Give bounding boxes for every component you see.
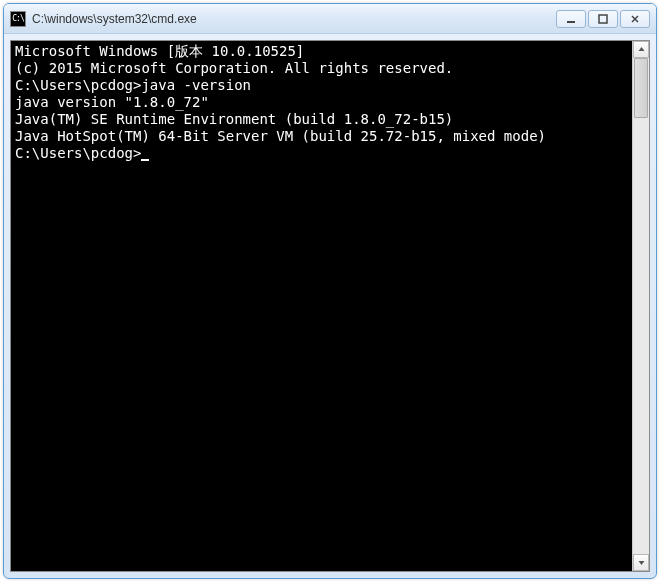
- window-title: C:\windows\system32\cmd.exe: [32, 12, 556, 26]
- maximize-icon: [598, 14, 608, 24]
- minimize-button[interactable]: [556, 10, 586, 28]
- svg-marker-5: [638, 561, 644, 565]
- svg-marker-4: [638, 47, 644, 51]
- titlebar[interactable]: C:\ C:\windows\system32\cmd.exe: [4, 4, 656, 34]
- scroll-up-button[interactable]: [633, 41, 649, 58]
- close-icon: [630, 14, 640, 24]
- chevron-down-icon: [638, 559, 645, 566]
- console-line: Microsoft Windows [版本 10.0.10525]: [15, 43, 628, 60]
- console-line: C:\Users\pcdog>: [15, 145, 628, 162]
- scroll-track[interactable]: [633, 58, 649, 554]
- console-line: java version "1.8.0_72": [15, 94, 628, 111]
- console-line: Java(TM) SE Runtime Environment (build 1…: [15, 111, 628, 128]
- minimize-icon: [566, 14, 576, 24]
- window-controls: [556, 10, 650, 28]
- console-output[interactable]: Microsoft Windows [版本 10.0.10525](c) 201…: [11, 41, 632, 571]
- cmd-icon: C:\: [10, 11, 26, 27]
- cmd-window: C:\ C:\windows\system32\cmd.exe Mic: [3, 3, 657, 579]
- scroll-down-button[interactable]: [633, 554, 649, 571]
- scroll-thumb[interactable]: [634, 58, 648, 118]
- chevron-up-icon: [638, 46, 645, 53]
- console-line: (c) 2015 Microsoft Corporation. All righ…: [15, 60, 628, 77]
- console-line: C:\Users\pcdog>java -version: [15, 77, 628, 94]
- svg-rect-0: [567, 21, 575, 23]
- console-area: Microsoft Windows [版本 10.0.10525](c) 201…: [10, 40, 650, 572]
- maximize-button[interactable]: [588, 10, 618, 28]
- vertical-scrollbar[interactable]: [632, 41, 649, 571]
- cursor: [141, 147, 149, 161]
- console-line: Java HotSpot(TM) 64-Bit Server VM (build…: [15, 128, 628, 145]
- close-button[interactable]: [620, 10, 650, 28]
- svg-rect-1: [599, 15, 607, 23]
